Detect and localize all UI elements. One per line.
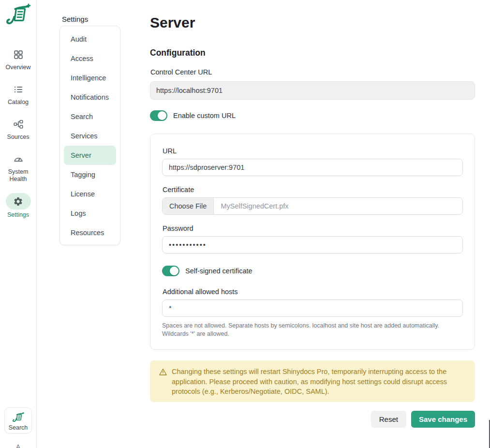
certificate-label: Certificate — [163, 186, 463, 194]
sidebar-item-catalog[interactable]: Catalog — [0, 84, 36, 106]
menu-item-license[interactable]: License — [64, 184, 116, 204]
certificate-filename: MySelfSignedCert.pfx — [214, 202, 288, 210]
self-signed-toggle[interactable] — [162, 266, 179, 276]
settings-menu: Audit Access Intelligence Notifications … — [59, 26, 120, 245]
sidebar-item-system-health[interactable]: System Health — [0, 153, 36, 183]
toggle-knob — [158, 111, 166, 120]
enable-custom-url-toggle[interactable] — [150, 110, 167, 121]
gauge-icon — [13, 153, 24, 165]
sidebar-item-label: Sources — [0, 134, 36, 141]
toggle-knob — [170, 267, 178, 275]
menu-item-tagging[interactable]: Tagging — [64, 165, 116, 184]
active-pill — [6, 193, 31, 209]
enable-custom-url-label: Enable custom URL — [173, 112, 236, 119]
certificate-file-input[interactable]: Choose File MySelfSignedCert.pfx — [162, 197, 463, 215]
restart-warning-banner: Changing these settings will restart Shi… — [150, 360, 475, 402]
sidebar-item-settings[interactable]: Settings — [0, 193, 36, 219]
footer-actions: Reset Save changes — [150, 411, 475, 428]
enable-custom-url-toggle-row: Enable custom URL — [150, 110, 236, 121]
choose-file-button[interactable]: Choose File — [163, 198, 214, 214]
reset-button[interactable]: Reset — [371, 411, 406, 428]
shinydocs-logo-icon — [12, 412, 25, 422]
gear-icon — [13, 195, 23, 207]
url-label: URL — [163, 147, 463, 155]
warning-triangle-icon — [159, 368, 167, 396]
warning-text: Changing these settings will restart Shi… — [172, 367, 466, 396]
hierarchy-icon — [13, 119, 24, 130]
menu-item-resources[interactable]: Resources — [64, 223, 116, 242]
sidebar-item-sources[interactable]: Sources — [0, 119, 36, 141]
shinydocs-logo-icon — [4, 3, 32, 24]
allowed-hosts-input[interactable] — [162, 299, 463, 317]
menu-item-access[interactable]: Access — [64, 49, 116, 68]
sidebar-search-launcher[interactable]: Search — [4, 407, 32, 433]
self-signed-toggle-row: Self-signed certificate — [162, 266, 463, 276]
sidebar-item-label: System Health — [0, 168, 36, 183]
menu-item-search[interactable]: Search — [64, 107, 116, 126]
menu-item-notifications[interactable]: Notifications — [64, 88, 116, 107]
self-signed-label: Self-signed certificate — [185, 267, 252, 275]
sidebar: Overview Catalog Sources — [0, 0, 37, 448]
menu-item-intelligence[interactable]: Intelligence — [64, 68, 116, 88]
avatar[interactable]: A — [0, 443, 36, 448]
section-title: Configuration — [150, 48, 206, 58]
url-input[interactable] — [162, 159, 463, 176]
search-label: Search — [5, 424, 31, 432]
sidebar-item-label: Settings — [0, 211, 36, 219]
allowed-hosts-label: Additional allowed hosts — [163, 288, 463, 296]
grid-icon — [13, 49, 24, 60]
password-label: Password — [163, 224, 463, 232]
save-changes-button[interactable]: Save changes — [411, 411, 475, 428]
control-center-url-input — [150, 81, 475, 100]
settings-menu-title: Settings — [62, 15, 88, 23]
sidebar-item-label: Catalog — [0, 99, 36, 106]
sidebar-item-label: Overview — [0, 64, 36, 71]
password-input[interactable] — [162, 236, 463, 254]
allowed-hosts-help: Spaces are not allowed. Separate hosts b… — [162, 322, 463, 338]
menu-item-audit[interactable]: Audit — [64, 30, 116, 49]
page-title: Server — [150, 15, 195, 31]
list-icon — [13, 84, 24, 95]
sidebar-item-overview[interactable]: Overview — [0, 49, 36, 71]
menu-item-services[interactable]: Services — [64, 126, 116, 146]
menu-item-server[interactable]: Server — [64, 146, 116, 165]
custom-url-card: URL Certificate Choose File MySelfSigned… — [150, 134, 475, 350]
menu-item-logs[interactable]: Logs — [64, 204, 116, 223]
control-center-url-label: Control Center URL — [150, 68, 212, 76]
